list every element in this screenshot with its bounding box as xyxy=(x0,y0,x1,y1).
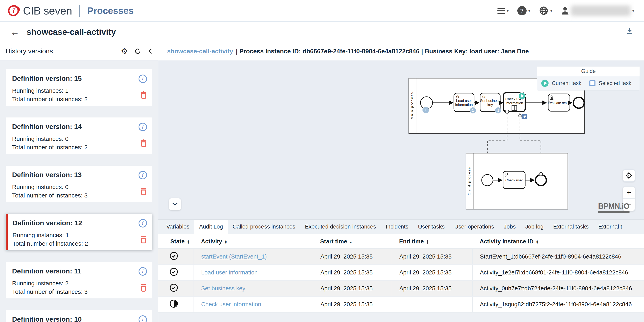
total-instances: Total number of instances: 2 xyxy=(12,143,146,152)
title-bar: ← showcase-call-activity xyxy=(0,22,644,42)
column-header-activity[interactable]: Activity▲▼ xyxy=(194,234,313,249)
task-load-user-information[interactable]: ⚙ Load user information 1 xyxy=(454,93,476,113)
download-icon xyxy=(626,28,634,35)
tab-called-process-instances[interactable]: Called process instances xyxy=(228,220,300,234)
language-menu-button[interactable]: ▾ xyxy=(539,6,552,16)
running-instances: Running instances: 0 xyxy=(12,135,146,143)
end-event[interactable] xyxy=(573,97,584,108)
crosshair-icon xyxy=(626,172,632,179)
activity-link[interactable]: Check user information xyxy=(201,301,261,307)
call-activity-check-user-information[interactable]: Check user information xyxy=(504,93,526,113)
version-card-14[interactable]: Definition version: 14 Running instances… xyxy=(6,118,152,154)
column-header-start-time[interactable]: Start time▲ xyxy=(313,234,392,249)
guide-legend: Guide Current task Selected task xyxy=(537,66,640,91)
version-card-10[interactable]: Definition version: 10 i xyxy=(6,310,152,322)
current-task-badge xyxy=(518,93,526,99)
main-menu-button[interactable]: ▾ xyxy=(498,8,509,14)
svg-text:information: information xyxy=(506,101,523,105)
help-icon: ? xyxy=(517,6,526,15)
info-icon[interactable]: i xyxy=(138,171,147,179)
reset-viewport-button[interactable] xyxy=(623,169,635,182)
chevron-down-icon: ▾ xyxy=(507,8,509,13)
svg-text:Main process: Main process xyxy=(410,92,414,119)
version-card-13[interactable]: Definition version: 13 Running instances… xyxy=(6,166,152,202)
tab-external-task-log[interactable]: External t xyxy=(594,220,627,234)
cib-logo-icon: 7 xyxy=(8,5,20,17)
current-task-legend-icon xyxy=(541,80,548,87)
zoom-in-button[interactable]: + xyxy=(623,187,635,199)
svg-text:Check user: Check user xyxy=(506,178,523,182)
column-header-activity-instance-id[interactable]: Activity Instance ID▲▼ xyxy=(472,234,644,249)
task-set-business-key[interactable]: ⚙ Set business key 1 xyxy=(480,93,501,113)
subprocess-plus-marker xyxy=(512,106,517,110)
svg-text:1: 1 xyxy=(425,108,426,112)
activity-instance-id: Activity_0uh7e7f:db724ede-24fe-11f0-8904… xyxy=(472,280,644,296)
tab-incidents[interactable]: Incidents xyxy=(381,220,413,234)
end-time: April 29, 2025 15:35 xyxy=(392,249,472,264)
help-menu-button[interactable]: ? ▾ xyxy=(517,6,530,15)
activity-instance-id: StartEvent_1:db6667ef-24fe-11f0-8904-6e4… xyxy=(472,249,644,264)
tab-external-tasks[interactable]: External tasks xyxy=(548,220,594,234)
audit-log-table: State▲▼ Activity▲▼ Start time▲ End time▲… xyxy=(158,234,644,312)
tab-variables[interactable]: Variables xyxy=(162,220,194,234)
activity-link[interactable]: startEvent (StartEvent_1) xyxy=(201,253,267,260)
task-evaluate-result[interactable]: Evaluate result xyxy=(548,94,570,111)
delete-version-icon[interactable] xyxy=(140,236,147,245)
info-icon[interactable]: i xyxy=(138,219,147,227)
svg-text:1: 1 xyxy=(472,109,474,112)
start-time: April 29, 2025 15:35 xyxy=(313,280,392,296)
called-process-link-badge[interactable] xyxy=(522,114,527,119)
child-start-event[interactable] xyxy=(482,174,493,186)
info-icon[interactable]: i xyxy=(138,267,147,276)
delete-version-icon[interactable] xyxy=(140,284,147,293)
column-header-state[interactable]: State▲▼ xyxy=(158,234,194,249)
tab-jobs[interactable]: Jobs xyxy=(499,220,520,234)
end-time: April 29, 2025 15:35 xyxy=(392,264,472,280)
delete-version-icon[interactable] xyxy=(140,139,147,149)
user-name-redacted xyxy=(571,6,630,16)
info-icon[interactable]: i xyxy=(138,75,147,83)
tab-executed-decision-instances[interactable]: Executed decision instances xyxy=(300,220,381,234)
service-task-gear-icon: ⚙ xyxy=(456,95,460,99)
table-row: Load user information April 29, 2025 15:… xyxy=(158,264,644,280)
settings-gear-icon[interactable]: ⚙ xyxy=(121,47,128,55)
download-diagram-button[interactable] xyxy=(626,28,634,37)
collapse-panel-icon[interactable] xyxy=(148,48,152,54)
bpmn-diagram-canvas[interactable]: Main process 1 ⚙ Load user informa xyxy=(158,61,644,220)
task-check-user[interactable]: Check user xyxy=(503,171,525,189)
activity-link[interactable]: Load user information xyxy=(201,269,258,276)
globe-icon xyxy=(539,6,548,16)
tab-job-log[interactable]: Job log xyxy=(520,220,548,234)
delete-version-icon[interactable] xyxy=(140,91,147,101)
breadcrumb-process-link[interactable]: showcase-call-activity xyxy=(167,48,233,55)
main-content: showcase-call-activity | Process Instanc… xyxy=(158,42,644,322)
svg-text:1: 1 xyxy=(498,109,499,112)
link-anchor-dot xyxy=(539,172,542,176)
version-title: Definition version: 10 xyxy=(12,315,146,322)
tab-user-operations[interactable]: User operations xyxy=(450,220,499,234)
user-menu-button[interactable]: ▾ xyxy=(561,6,634,16)
activity-link[interactable]: Set business key xyxy=(201,285,245,291)
brand-name: CIB seven xyxy=(23,5,72,17)
delete-version-icon[interactable] xyxy=(140,188,147,197)
tab-audit-log[interactable]: Audit Log xyxy=(194,220,228,234)
state-completed-icon xyxy=(170,252,178,260)
tab-user-tasks[interactable]: User tasks xyxy=(413,220,450,234)
table-row: Set business key April 29, 2025 15:35 Ap… xyxy=(158,280,644,296)
back-button[interactable]: ← xyxy=(10,27,19,37)
service-task-gear-icon: ⚙ xyxy=(482,95,486,99)
table-row: startEvent (StartEvent_1) April 29, 2025… xyxy=(158,249,644,264)
column-header-end-time[interactable]: End time▲▼ xyxy=(392,234,472,249)
version-card-12-selected[interactable]: Definition version: 12 Running instances… xyxy=(6,214,152,250)
running-instances: Running instances: 0 xyxy=(12,183,146,191)
header-menus: ▾ ? ▾ ▾ ▾ xyxy=(492,6,634,16)
version-card-15[interactable]: Definition version: 15 Running instances… xyxy=(6,69,152,106)
state-completed-icon xyxy=(170,283,178,292)
info-icon[interactable]: i xyxy=(138,123,147,131)
chevron-down-icon xyxy=(172,202,178,206)
version-card-11[interactable]: Definition version: 11 Running instances… xyxy=(6,262,152,298)
start-time: April 29, 2025 15:35 xyxy=(313,264,392,280)
collapse-diagram-button[interactable] xyxy=(169,198,181,210)
guide-title: Guide xyxy=(537,67,640,76)
refresh-icon[interactable] xyxy=(134,48,141,55)
